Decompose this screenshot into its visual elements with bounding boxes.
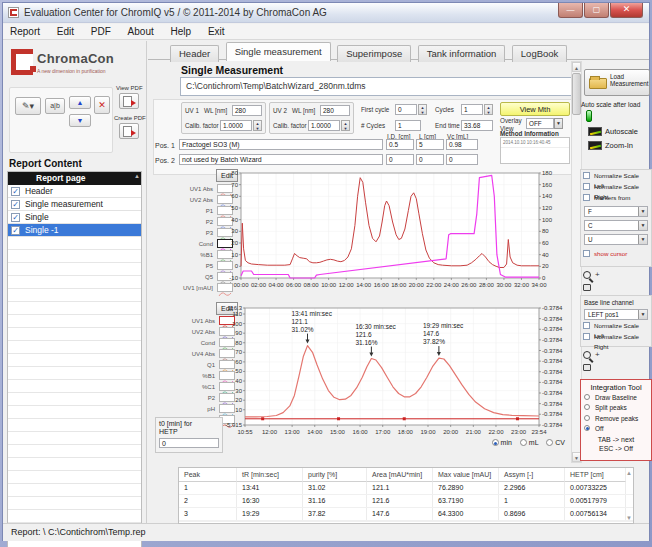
magnifier-icon[interactable] bbox=[583, 351, 591, 359]
maximize-button[interactable]: ▢ bbox=[584, 3, 609, 18]
menu-exit[interactable]: Exit bbox=[201, 24, 232, 40]
uv2-calib-input[interactable]: 1.0000 bbox=[308, 120, 340, 131]
menu-about[interactable]: About bbox=[121, 24, 161, 40]
tab-superimpose[interactable]: Superimpose bbox=[337, 45, 411, 62]
legend-item[interactable]: UV2 Abs bbox=[153, 194, 233, 205]
overview-chromatogram-chart[interactable]: 00:0002:0004:0006:0008:0010:0012:0014:00… bbox=[223, 167, 569, 299]
dropdown-arrow-icon[interactable]: ▼ bbox=[638, 235, 647, 244]
tab-logbook[interactable]: LogBook bbox=[512, 45, 568, 62]
legend-item[interactable]: P3 bbox=[153, 227, 233, 238]
create-pdf-button[interactable] bbox=[119, 123, 139, 139]
legend-item[interactable]: UV1 Abs bbox=[153, 183, 233, 194]
report-page-row[interactable]: ✓Single measurement bbox=[8, 198, 141, 211]
remove-peaks-radio[interactable]: Remove peaks bbox=[581, 414, 651, 424]
peaks-table[interactable]: PeaktR [min:sec]purity [%]Area [mAU*min]… bbox=[178, 467, 634, 524]
file-path-box[interactable]: C:\Contichrom\Temp\BatchWizard_280nm.tdm… bbox=[180, 77, 572, 96]
marker-channel-select-3[interactable]: U▼ bbox=[584, 234, 648, 245]
radio-icon[interactable] bbox=[584, 394, 590, 400]
normalize-right-checkbox[interactable]: Normalize Scale Right bbox=[581, 182, 651, 192]
magnifier-icon[interactable] bbox=[583, 271, 591, 279]
checkbox-icon[interactable] bbox=[583, 183, 590, 190]
overlay-dropdown-arrow-icon[interactable]: ▼ bbox=[554, 118, 563, 129]
legend-item[interactable]: P5 bbox=[153, 260, 233, 271]
zoom-plus-icon[interactable]: + bbox=[595, 270, 600, 279]
pos1-vc-input[interactable]: 0.98 bbox=[446, 139, 478, 150]
radio-icon[interactable] bbox=[584, 415, 590, 421]
checkbox-icon[interactable]: ✓ bbox=[11, 200, 20, 209]
legend-item[interactable]: P1 bbox=[153, 205, 233, 216]
legend-item[interactable]: Q5 bbox=[153, 271, 233, 282]
baseline-normalize-left-checkbox[interactable]: Normalize Scale Left bbox=[581, 321, 651, 331]
unit-min-radio[interactable] bbox=[492, 439, 499, 446]
zoom-in-button[interactable]: Zoom-In bbox=[588, 141, 633, 151]
zoom-plus-icon[interactable]: + bbox=[595, 350, 600, 359]
pos1-length-input[interactable]: 5 bbox=[416, 139, 444, 150]
off-radio[interactable]: Off bbox=[581, 424, 651, 434]
split-peaks-radio[interactable]: Split peaks bbox=[581, 403, 651, 413]
legend-item[interactable]: UV1 [mAU] bbox=[153, 282, 233, 293]
scroll-down-icon[interactable]: ▼ bbox=[626, 515, 632, 521]
unit-cv-radio[interactable] bbox=[546, 439, 553, 446]
overlay-view-select[interactable]: OFF bbox=[526, 118, 554, 129]
autoscale-led-indicator[interactable] bbox=[586, 110, 592, 122]
checkbox-icon[interactable]: ✓ bbox=[11, 187, 20, 196]
autoscale-button[interactable]: Autoscale bbox=[588, 127, 638, 137]
pan-tool-icon[interactable] bbox=[583, 364, 591, 371]
num-cycles-input[interactable]: 1 bbox=[395, 120, 421, 131]
table-row[interactable]: 319:2937.82147.664.33000.86960.00756134 bbox=[179, 508, 633, 521]
load-measurement-button[interactable]: Load Measurement bbox=[584, 69, 650, 96]
markers-from-checkbox[interactable]: Markers from bbox=[581, 193, 651, 203]
report-page-row[interactable]: ✓Single -1 bbox=[8, 224, 141, 237]
baseline-channel-select[interactable]: LEFT pos1▼ bbox=[584, 309, 648, 320]
uv2-wl-input[interactable]: 280 bbox=[320, 105, 350, 116]
uv1-wl-input[interactable]: 280 bbox=[232, 105, 262, 116]
legend-item[interactable]: %B1 bbox=[153, 249, 233, 260]
checkbox-icon[interactable] bbox=[583, 172, 590, 179]
first-cycle-input[interactable]: 0 bbox=[395, 104, 417, 115]
rename-button[interactable]: a|b bbox=[45, 98, 65, 114]
view-pdf-button[interactable] bbox=[119, 93, 139, 109]
t0-input[interactable]: 0 bbox=[159, 438, 219, 448]
uv2-calib-spinner[interactable]: ▲▼ bbox=[341, 120, 350, 131]
edit-pencil-button[interactable]: ✎▾ bbox=[15, 97, 41, 115]
dropdown-arrow-icon[interactable]: ▼ bbox=[638, 207, 647, 216]
scroll-up-icon[interactable]: ▲ bbox=[626, 470, 632, 476]
report-page-row[interactable]: ✓Single bbox=[8, 211, 141, 224]
tab-single-measurement[interactable]: Single measurement bbox=[226, 42, 331, 61]
checkbox-icon[interactable] bbox=[583, 194, 590, 201]
tab-tank-information[interactable]: Tank information bbox=[418, 45, 506, 62]
legend-item[interactable]: Cond bbox=[153, 238, 233, 249]
marker-channel-select-1[interactable]: F▼ bbox=[584, 206, 648, 217]
show-cursor-checkbox[interactable]: show cursor bbox=[581, 249, 651, 259]
pos1-id-input[interactable]: 0.5 bbox=[386, 139, 414, 150]
checkbox-icon[interactable]: ✓ bbox=[11, 226, 20, 235]
single-measurement-chart[interactable]: 10:5512:0013:0014:0015:0016:0017:0018:00… bbox=[223, 303, 569, 439]
menu-pdf[interactable]: PDF bbox=[84, 24, 118, 40]
dropdown-arrow-icon[interactable]: ▼ bbox=[638, 310, 647, 319]
minimize-button[interactable]: — bbox=[558, 3, 583, 18]
delete-page-button[interactable]: ✕ bbox=[94, 96, 110, 114]
marker-channel-select-2[interactable]: C▼ bbox=[584, 220, 648, 231]
view-mth-button[interactable]: View Mth bbox=[500, 102, 570, 116]
radio-icon[interactable] bbox=[584, 404, 590, 410]
uv1-calib-input[interactable]: 1.0000 bbox=[220, 120, 252, 131]
unit-ml-radio[interactable] bbox=[520, 439, 527, 446]
move-up-button[interactable]: ▲ bbox=[69, 96, 91, 109]
move-down-button[interactable]: ▼ bbox=[69, 114, 91, 127]
radio-icon[interactable] bbox=[584, 425, 590, 431]
cycles-input[interactable]: 1 bbox=[461, 104, 483, 115]
uv1-calib-spinner[interactable]: ▲▼ bbox=[253, 120, 262, 131]
report-page-row[interactable]: ✓Header bbox=[8, 185, 141, 198]
normalize-left-checkbox[interactable]: Normalize Scale Left bbox=[581, 171, 651, 181]
pos2-id-input[interactable]: 0 bbox=[386, 154, 414, 165]
pos2-name-input[interactable]: not used by Batch Wizard bbox=[179, 154, 383, 165]
pos2-vc-input[interactable]: 0 bbox=[446, 154, 478, 165]
legend-item[interactable]: P2 bbox=[153, 216, 233, 227]
table-row[interactable]: 113:4131.02121.176.28902.29660.00733225 bbox=[179, 482, 633, 495]
title-bar[interactable]: Evaluation Center for ChromIQ v5 / © 201… bbox=[3, 3, 649, 23]
close-button[interactable]: ✕ bbox=[610, 3, 643, 18]
first-cycle-spinner[interactable]: ▲▼ bbox=[418, 104, 427, 115]
pos2-length-input[interactable]: 0 bbox=[416, 154, 444, 165]
menu-report[interactable]: Report bbox=[3, 24, 47, 40]
draw-baseline-radio[interactable]: Draw Baseline bbox=[581, 393, 651, 403]
